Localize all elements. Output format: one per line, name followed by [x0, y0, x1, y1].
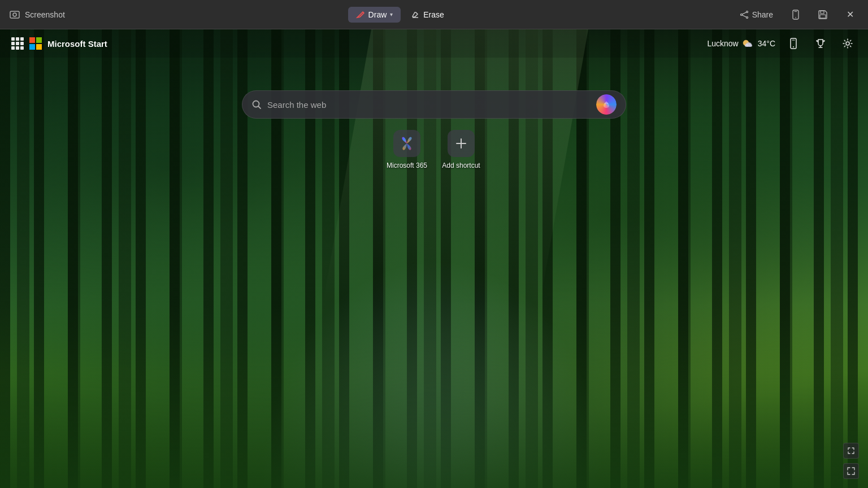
save-icon — [818, 10, 828, 20]
share-label: Share — [752, 10, 773, 19]
fullscreen-button[interactable] — [843, 463, 859, 479]
svg-rect-13 — [36, 37, 42, 43]
search-icon — [251, 99, 262, 110]
svg-point-18 — [749, 44, 752, 47]
svg-rect-15 — [36, 44, 42, 50]
ground-highlight — [0, 304, 868, 488]
titlebar-right: Share ✕ — [735, 6, 859, 24]
fullscreen-icon — [847, 467, 855, 475]
draw-button[interactable]: Draw ▾ — [348, 7, 401, 23]
msstart-logo-area[interactable]: Microsoft Start — [11, 37, 107, 50]
draw-dropdown-arrow: ▾ — [390, 11, 393, 18]
microsoft365-logo-icon — [399, 136, 415, 151]
microsoft-logo — [29, 37, 42, 50]
titlebar: Screenshot Draw ▾ Erase — [0, 0, 868, 29]
grid-icon — [11, 37, 24, 50]
microsoft365-icon-bg — [393, 130, 420, 157]
titlebar-left: Screenshot — [9, 9, 65, 20]
phone-nav-icon — [788, 38, 799, 49]
share-icon — [740, 10, 749, 19]
svg-point-20 — [793, 46, 794, 47]
share-button[interactable]: Share — [735, 8, 778, 21]
add-shortcut[interactable]: Add shortcut — [439, 130, 484, 169]
phone-icon — [791, 10, 801, 20]
weather-widget[interactable]: Lucknow 34°C — [707, 38, 775, 49]
svg-line-6 — [742, 15, 746, 16]
svg-rect-10 — [821, 11, 824, 14]
trophy-icon — [815, 38, 826, 49]
add-shortcut-label: Add shortcut — [442, 162, 480, 169]
svg-point-1 — [13, 13, 16, 16]
svg-point-23 — [253, 101, 259, 107]
copilot-icon — [596, 94, 617, 115]
draw-icon — [356, 10, 365, 19]
save-button[interactable] — [814, 6, 832, 24]
svg-point-3 — [746, 16, 748, 18]
msstart-right-controls: Lucknow 34°C — [707, 34, 857, 53]
shrink-icon — [847, 447, 855, 455]
svg-rect-11 — [820, 15, 826, 18]
phone-icon-button[interactable] — [787, 6, 805, 24]
add-shortcut-icon-bg — [448, 130, 475, 157]
svg-point-4 — [740, 14, 742, 15]
titlebar-screenshot-label: Screenshot — [25, 10, 65, 19]
erase-label: Erase — [423, 10, 444, 19]
svg-rect-14 — [29, 44, 35, 50]
shrink-button[interactable] — [843, 443, 859, 459]
plus-icon — [455, 137, 467, 150]
weather-temp: 34°C — [758, 39, 775, 48]
svg-point-8 — [795, 17, 796, 18]
erase-button[interactable]: Erase — [403, 7, 452, 23]
svg-point-2 — [746, 11, 748, 12]
titlebar-center: Draw ▾ Erase — [348, 7, 452, 23]
microsoft365-label: Microsoft 365 — [387, 162, 427, 169]
stream-overlay — [261, 259, 607, 488]
erase-icon — [411, 10, 420, 19]
search-bar — [242, 90, 626, 119]
msstart-logo-text: Microsoft Start — [47, 39, 107, 49]
cloudy-icon — [742, 38, 754, 49]
search-input[interactable] — [267, 100, 591, 110]
shortcuts-area: Microsoft 365 Add shortcut — [384, 130, 484, 169]
svg-rect-12 — [29, 37, 35, 43]
svg-line-5 — [742, 12, 746, 14]
trophy-icon-button[interactable] — [811, 34, 830, 53]
svg-point-22 — [846, 42, 849, 45]
shortcut-microsoft365[interactable]: Microsoft 365 — [384, 130, 429, 169]
search-container — [242, 90, 626, 119]
svg-point-17 — [745, 44, 749, 47]
phone-nav-icon-button[interactable] — [784, 34, 802, 53]
bottom-right-controls — [843, 443, 859, 479]
settings-icon — [842, 38, 853, 49]
svg-rect-0 — [10, 11, 19, 18]
msstart-navbar: Microsoft Start Lucknow 34°C — [0, 29, 868, 58]
svg-line-24 — [259, 107, 261, 109]
close-button[interactable]: ✕ — [841, 6, 859, 24]
settings-icon-button[interactable] — [839, 34, 857, 53]
weather-city: Lucknow — [707, 39, 738, 48]
screenshot-icon — [9, 9, 20, 20]
copilot-button[interactable] — [596, 94, 617, 115]
draw-label: Draw — [368, 10, 387, 19]
